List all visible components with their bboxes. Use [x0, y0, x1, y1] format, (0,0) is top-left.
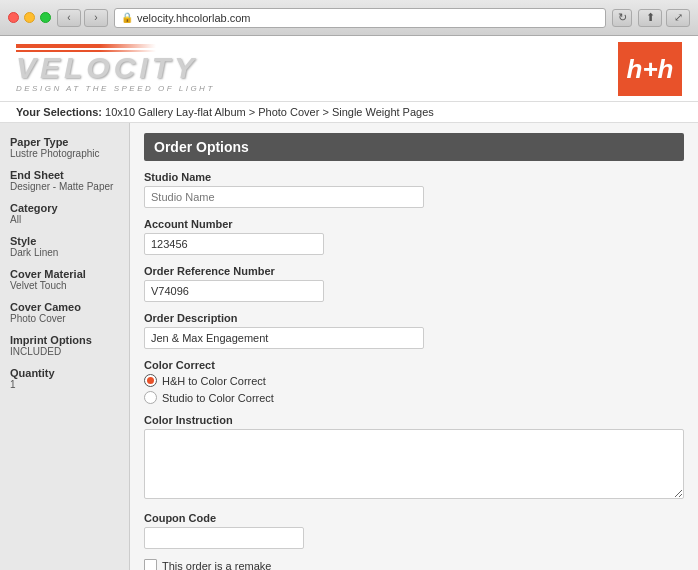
sidebar-category-value: All [10, 214, 119, 225]
color-correct-label: Color Correct [144, 359, 684, 371]
coupon-code-group: Coupon Code [144, 512, 684, 549]
breadcrumb-label: Your Selections: [16, 106, 102, 118]
color-instruction-label: Color Instruction [144, 414, 684, 426]
fullscreen-button[interactable]: ⤢ [666, 9, 690, 27]
color-correct-radio-group: H&H to Color Correct Studio to Color Cor… [144, 374, 684, 404]
nav-buttons: ‹ › [57, 9, 108, 27]
radio-hh-circle [144, 374, 157, 387]
radio-hh-label: H&H to Color Correct [162, 375, 266, 387]
sidebar-category-label: Category [10, 202, 119, 214]
sidebar-item-end-sheet[interactable]: End Sheet Designer - Matte Paper [0, 164, 129, 197]
main-layout: Paper Type Lustre Photographic End Sheet… [0, 123, 698, 570]
hh-logo-text: h+h [627, 56, 674, 82]
sidebar-end-sheet-value: Designer - Matte Paper [10, 181, 119, 192]
address-bar[interactable]: 🔒 velocity.hhcolorlab.com [114, 8, 606, 28]
color-instruction-textarea[interactable] [144, 429, 684, 499]
sidebar-end-sheet-label: End Sheet [10, 169, 119, 181]
order-description-label: Order Description [144, 312, 684, 324]
logo-stripe-1 [16, 44, 156, 48]
remake-checkbox-group: This order is a remake [144, 559, 684, 570]
studio-name-group: Studio Name [144, 171, 684, 208]
studio-name-input[interactable] [144, 186, 424, 208]
radio-studio-circle [144, 391, 157, 404]
velocity-logo: VELOCITY DESIGN AT THE SPEED OF LIGHT [16, 44, 215, 93]
order-reference-group: Order Reference Number [144, 265, 684, 302]
sidebar-paper-type-value: Lustre Photographic [10, 148, 119, 159]
radio-hh[interactable]: H&H to Color Correct [144, 374, 684, 387]
sidebar-imprint-label: Imprint Options [10, 334, 119, 346]
share-button[interactable]: ⬆ [638, 9, 662, 27]
breadcrumb-path-text: 10x10 Gallery Lay-flat Album > Photo Cov… [105, 106, 434, 118]
forward-nav-button[interactable]: › [84, 9, 108, 27]
browser-chrome: ‹ › 🔒 velocity.hhcolorlab.com ↻ ⬆ ⤢ [0, 0, 698, 36]
lock-icon: 🔒 [121, 12, 133, 23]
studio-name-label: Studio Name [144, 171, 684, 183]
site-header: VELOCITY DESIGN AT THE SPEED OF LIGHT h+… [0, 36, 698, 102]
section-title: Order Options [144, 133, 684, 161]
url-text: velocity.hhcolorlab.com [137, 12, 251, 24]
velocity-logo-text: VELOCITY [16, 53, 198, 83]
remake-checkbox[interactable]: This order is a remake [144, 559, 684, 570]
hh-logo-container: h+h colorlab [618, 42, 682, 96]
sidebar-item-category[interactable]: Category All [0, 197, 129, 230]
account-number-label: Account Number [144, 218, 684, 230]
sidebar-style-value: Dark Linen [10, 247, 119, 258]
sidebar-style-label: Style [10, 235, 119, 247]
account-number-input[interactable] [144, 233, 324, 255]
order-description-group: Order Description [144, 312, 684, 349]
hh-logo: h+h [618, 42, 682, 96]
sidebar-paper-type-label: Paper Type [10, 136, 119, 148]
remake-checkbox-label: This order is a remake [162, 560, 271, 571]
color-correct-group: Color Correct H&H to Color Correct Studi… [144, 359, 684, 404]
sidebar-cover-cameo-value: Photo Cover [10, 313, 119, 324]
sidebar: Paper Type Lustre Photographic End Sheet… [0, 123, 130, 570]
radio-studio-label: Studio to Color Correct [162, 392, 274, 404]
remake-checkbox-box [144, 559, 157, 570]
sidebar-item-cover-material[interactable]: Cover Material Velvet Touch [0, 263, 129, 296]
sidebar-imprint-value: INCLUDED [10, 346, 119, 357]
sidebar-item-style[interactable]: Style Dark Linen [0, 230, 129, 263]
order-reference-input[interactable] [144, 280, 324, 302]
page-content: VELOCITY DESIGN AT THE SPEED OF LIGHT h+… [0, 36, 698, 570]
close-window-button[interactable] [8, 12, 19, 23]
back-nav-button[interactable]: ‹ [57, 9, 81, 27]
account-number-group: Account Number [144, 218, 684, 255]
maximize-window-button[interactable] [40, 12, 51, 23]
sidebar-quantity-value: 1 [10, 379, 119, 390]
reload-button[interactable]: ↻ [612, 9, 632, 27]
content-area: Order Options Studio Name Account Number… [130, 123, 698, 570]
order-description-input[interactable] [144, 327, 424, 349]
browser-actions: ⬆ ⤢ [638, 9, 690, 27]
sidebar-item-quantity[interactable]: Quantity 1 [0, 362, 129, 395]
velocity-logo-subtitle: DESIGN AT THE SPEED OF LIGHT [16, 84, 215, 93]
coupon-code-input[interactable] [144, 527, 304, 549]
sidebar-item-cover-cameo[interactable]: Cover Cameo Photo Cover [0, 296, 129, 329]
order-reference-label: Order Reference Number [144, 265, 684, 277]
radio-hh-inner [147, 377, 154, 384]
minimize-window-button[interactable] [24, 12, 35, 23]
sidebar-cover-material-value: Velvet Touch [10, 280, 119, 291]
sidebar-cover-material-label: Cover Material [10, 268, 119, 280]
sidebar-item-paper-type[interactable]: Paper Type Lustre Photographic [0, 131, 129, 164]
breadcrumb: Your Selections: 10x10 Gallery Lay-flat … [0, 102, 698, 123]
coupon-code-label: Coupon Code [144, 512, 684, 524]
traffic-lights [8, 12, 51, 23]
sidebar-item-imprint-options[interactable]: Imprint Options INCLUDED [0, 329, 129, 362]
color-instruction-group: Color Instruction [144, 414, 684, 502]
radio-studio[interactable]: Studio to Color Correct [144, 391, 684, 404]
sidebar-quantity-label: Quantity [10, 367, 119, 379]
sidebar-cover-cameo-label: Cover Cameo [10, 301, 119, 313]
